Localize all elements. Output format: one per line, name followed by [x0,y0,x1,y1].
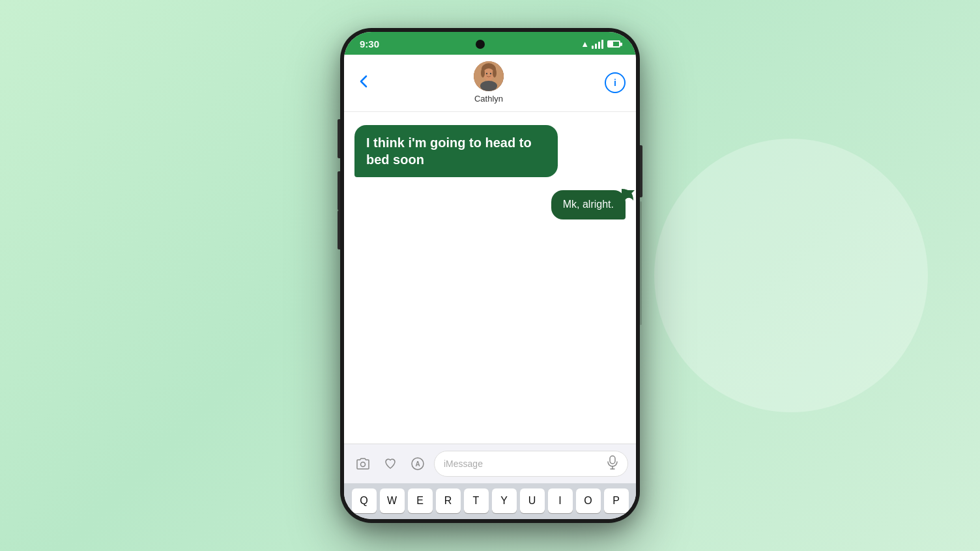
camera-button[interactable] [352,453,374,475]
status-icons: ▲ [581,39,620,49]
signal-icon [592,40,603,49]
key-t[interactable]: T [464,488,489,513]
keyboard-row-1: Q W E R T Y U I O P [347,488,633,513]
key-r[interactable]: R [436,488,461,513]
svg-point-5 [481,68,485,78]
svg-point-9 [361,462,366,467]
sent-message-text: I think i'm going to head to bed soon [366,135,532,167]
svg-point-7 [486,73,487,74]
scroll-indicator [640,201,642,325]
key-q[interactable]: Q [352,488,377,513]
key-o[interactable]: O [576,488,601,513]
phone-wrapper: 9:30 ▲ [340,28,640,523]
back-button[interactable] [354,72,373,93]
key-y[interactable]: Y [492,488,517,513]
key-i[interactable]: I [548,488,573,513]
contact-name: Cathlyn [474,94,503,104]
message-input-wrap[interactable]: iMessage [434,451,628,477]
status-time: 9:30 [360,38,379,49]
key-e[interactable]: E [408,488,433,513]
camera-dot [476,40,485,49]
avatar-face [474,61,504,91]
battery-icon [607,40,620,48]
message-sent: I think i'm going to head to bed soon [354,125,558,177]
svg-point-6 [493,68,497,78]
contact-info: Cathlyn [474,61,504,104]
key-p[interactable]: P [604,488,629,513]
chat-header: Cathlyn i [344,55,636,112]
bubble-sent[interactable]: I think i'm going to head to bed soon [354,125,558,177]
key-u[interactable]: U [520,488,545,513]
info-icon: i [614,78,616,88]
svg-point-8 [490,73,491,74]
info-button[interactable]: i [605,72,626,93]
bubble-received[interactable]: Mk, alright. [551,190,626,219]
mic-button[interactable] [607,455,618,472]
phone-device: 9:30 ▲ [340,28,640,523]
status-bar: 9:30 ▲ [344,32,636,55]
keyboard: Q W E R T Y U I O P [344,483,636,519]
received-message-text: Mk, alright. [563,199,614,210]
appstore-button[interactable]: A [407,453,429,475]
input-area: A iMessage [344,444,636,483]
phone-screen: 9:30 ▲ [344,32,636,519]
key-w[interactable]: W [380,488,405,513]
wifi-icon: ▲ [581,39,589,49]
heart-button[interactable] [379,453,401,475]
message-input-placeholder: iMessage [444,459,601,469]
avatar[interactable] [474,61,504,91]
svg-rect-12 [610,456,615,464]
chat-messages: I think i'm going to head to bed soon Mk… [344,112,636,444]
message-received: Mk, alright. [551,190,626,219]
svg-text:A: A [415,460,420,468]
svg-point-4 [480,81,497,91]
camera-area [476,40,485,49]
